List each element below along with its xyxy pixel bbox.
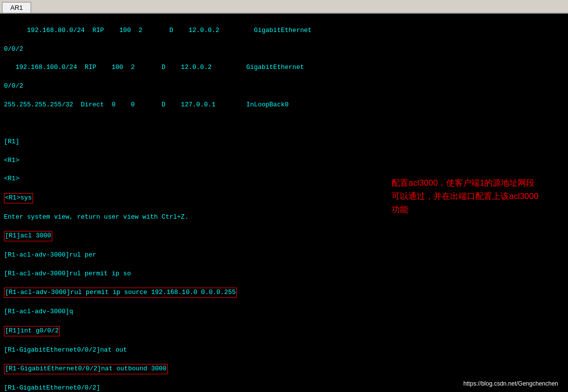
line-acl-q: [R1-acl-adv-3000]q <box>4 307 564 317</box>
line-rul-per: [R1-acl-adv-3000]rul per <box>4 251 564 260</box>
tab-bar: AR1 <box>0 0 568 14</box>
cmd-acl-highlight: [R1]acl 3000 <box>4 231 52 241</box>
line-acl: [R1]acl 3000 <box>4 231 564 241</box>
line-5: 255.255.255.255/32 Direct 0 0 D 127.0.0.… <box>4 100 564 110</box>
line-rul-permit-full: [R1-acl-adv-3000]rul permit ip source 19… <box>4 288 564 298</box>
line-1: 192.168.80.0/24 RIP 100 2 D 12.0.0.2 Gig… <box>4 26 564 35</box>
window-container: AR1 192.168.80.0/24 RIP 100 2 D 12.0.0.2… <box>0 0 568 392</box>
line-r1-2: <R1> <box>4 156 564 165</box>
line-nat-outbound: [R1-GigabitEthernet0/0/2]nat outbound 30… <box>4 364 564 374</box>
line-rul-permit-ip-so: [R1-acl-adv-3000]rul permit ip so <box>4 269 564 279</box>
annotation-line1: 配置acl3000，使客户端1的源地址网段 <box>391 178 534 188</box>
tab-ar1[interactable]: AR1 <box>2 2 31 13</box>
line-2: 0/0/2 <box>4 45 564 54</box>
line-int: [R1]int g0/0/2 <box>4 326 564 336</box>
line-4: 0/0/2 <box>4 82 564 91</box>
cmd-sys-highlight: <R1>sys <box>4 193 33 203</box>
cmd-permit-highlight: [R1-acl-adv-3000]rul permit ip source 19… <box>4 288 237 298</box>
annotation-text: 配置acl3000，使客户端1的源地址网段 可以通过，并在出端口配置上该acl3… <box>391 176 538 217</box>
cmd-int-highlight: [R1]int g0/0/2 <box>4 326 60 336</box>
url-bar: https://blog.csdn.net/Gengchenchen <box>463 380 558 387</box>
annotation-line3: 功能 <box>391 205 408 214</box>
line-3: 192.168.100.0/24 RIP 100 2 D 12.0.0.2 Gi… <box>4 63 564 72</box>
terminal-area: 192.168.80.0/24 RIP 100 2 D 12.0.0.2 Gig… <box>0 14 568 392</box>
line-blank-1 <box>4 119 564 128</box>
cmd-nat-highlight: [R1-GigabitEthernet0/0/2]nat outbound 30… <box>4 364 168 374</box>
line-r1-1: [R1] <box>4 137 564 147</box>
line-nat-out: [R1-GigabitEthernet0/0/2]nat out <box>4 346 564 355</box>
annotation-line2: 可以通过，并在出端口配置上该acl3000 <box>391 192 538 201</box>
